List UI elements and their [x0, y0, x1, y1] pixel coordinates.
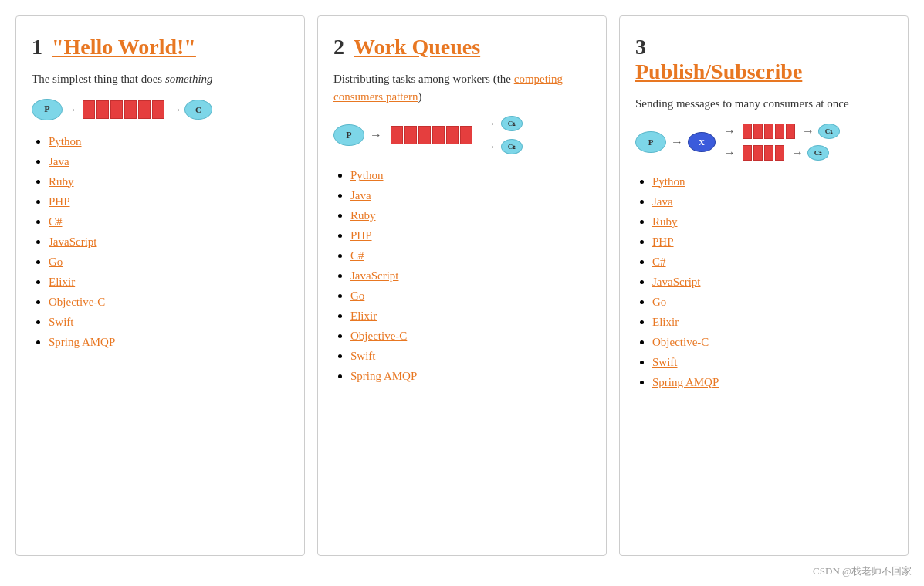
list-item: JavaScript [49, 235, 289, 249]
python-link-2[interactable]: Python [350, 169, 384, 181]
go-link-3[interactable]: Go [652, 296, 666, 308]
php-link-2[interactable]: PHP [350, 229, 372, 242]
list-item: Elixir [350, 309, 591, 323]
csharp-link[interactable]: C# [49, 215, 63, 228]
consumer-c1: C₁ [501, 116, 523, 131]
elixir-link[interactable]: Elixir [49, 276, 75, 288]
spring-link-2[interactable]: Spring AMQP [350, 370, 417, 382]
list-item: Go [49, 255, 289, 269]
list-item: Swift [350, 349, 591, 363]
card-1-number: 1 [32, 35, 42, 59]
csharp-link-3[interactable]: C# [652, 256, 666, 268]
arrow-c1: → [484, 117, 496, 130]
list-item: Ruby [49, 174, 289, 188]
arrow-q2c: → [791, 146, 804, 160]
branch-queues-3: → → C₁ → [721, 124, 840, 161]
watermark: CSDN @栈老师不回家 [813, 564, 912, 578]
swift-link-2[interactable]: Swift [350, 350, 376, 362]
list-item: Spring AMQP [652, 375, 892, 389]
producer-node-3: P [635, 131, 666, 153]
spring-link-3[interactable]: Spring AMQP [652, 376, 719, 388]
queue-block-2 [391, 126, 472, 144]
csharp-link-2[interactable]: C# [350, 249, 364, 262]
javascript-link-3[interactable]: JavaScript [652, 276, 700, 288]
card-3: 3 Publish/Subscribe Sending messages to … [619, 15, 909, 556]
card-3-header: 3 Publish/Subscribe [635, 35, 892, 84]
branch-q1: → → C₁ [721, 124, 840, 139]
producer-node: P [32, 99, 63, 120]
ruby-link-3[interactable]: Ruby [652, 215, 678, 228]
card-1-desc: The simplest thing that does something [32, 70, 289, 88]
list-item: Java [652, 195, 892, 208]
consumer-c2-3: C₂ [807, 145, 829, 161]
card-1: 1 "Hello World!" The simplest thing that… [15, 15, 305, 556]
swift-link[interactable]: Swift [49, 316, 74, 328]
list-item: Elixir [652, 315, 892, 329]
card-3-number: 3 [635, 35, 646, 59]
competing-consumers-link[interactable]: competing consumers pattern [333, 73, 563, 103]
java-link-2[interactable]: Java [350, 189, 371, 202]
java-link-3[interactable]: Java [652, 195, 673, 208]
card-2-diagram: P → → C₁ → C₂ [333, 116, 591, 154]
javascript-link[interactable]: JavaScript [49, 235, 96, 248]
ruby-link-2[interactable]: Ruby [350, 209, 376, 222]
card-1-header: 1 "Hello World!" [32, 35, 289, 59]
list-item: Objective-C [49, 295, 289, 309]
python-link[interactable]: Python [49, 135, 82, 147]
queue-block-3a [743, 124, 795, 139]
objc-link-3[interactable]: Objective-C [652, 336, 709, 348]
list-item: Java [49, 154, 289, 168]
go-link-2[interactable]: Go [350, 290, 364, 302]
objc-link[interactable]: Objective-C [49, 296, 105, 308]
php-link-3[interactable]: PHP [652, 235, 674, 248]
list-item: JavaScript [652, 275, 892, 289]
queue-block [83, 100, 164, 119]
python-link-3[interactable]: Python [652, 175, 685, 188]
list-item: Spring AMQP [49, 335, 289, 349]
elixir-link-3[interactable]: Elixir [652, 316, 679, 328]
card-1-links: Python Java Ruby PHP C# JavaScript Go El… [32, 134, 289, 349]
list-item: Python [49, 134, 289, 148]
list-item: Swift [49, 315, 289, 329]
consumer-c1-3: C₁ [818, 124, 840, 139]
card-2: 2 Work Queues Distributing tasks among w… [317, 15, 607, 556]
list-item: Objective-C [350, 329, 591, 343]
card-2-links: Python Java Ruby PHP C# JavaScript Go El… [333, 168, 591, 383]
card-2-header: 2 Work Queues [333, 35, 591, 59]
arrow-2: → [170, 103, 182, 117]
card-3-title[interactable]: Publish/Subscribe [635, 59, 802, 83]
list-item: C# [350, 249, 591, 263]
arrow-p-x: → [671, 135, 683, 149]
branch-q2: → → C₂ [721, 145, 840, 161]
swift-link-3[interactable]: Swift [652, 356, 678, 368]
card-2-title[interactable]: Work Queues [354, 35, 480, 59]
branch-c1: → C₁ [482, 116, 523, 131]
spring-link[interactable]: Spring AMQP [49, 336, 115, 348]
ruby-link[interactable]: Ruby [49, 175, 74, 188]
go-link[interactable]: Go [49, 256, 63, 268]
objc-link-2[interactable]: Objective-C [350, 330, 407, 342]
producer-node-2: P [333, 124, 364, 146]
card-2-desc: Distributing tasks among workers (the co… [333, 70, 591, 105]
arrow-q1: → [723, 124, 736, 138]
list-item: JavaScript [350, 269, 591, 283]
list-item: PHP [652, 235, 892, 249]
main-container: 1 "Hello World!" The simplest thing that… [15, 15, 909, 556]
queue-block-3b [743, 145, 784, 161]
php-link[interactable]: PHP [49, 195, 70, 208]
arrow-c2: → [484, 140, 496, 154]
arrow-q1c: → [802, 124, 814, 138]
exchange-node: X [688, 132, 716, 152]
java-link[interactable]: Java [49, 155, 69, 168]
list-item: Go [652, 295, 892, 309]
card-1-title[interactable]: "Hello World!" [52, 35, 196, 59]
card-3-links: Python Java Ruby PHP C# JavaScript Go El… [635, 174, 892, 389]
javascript-link-2[interactable]: JavaScript [350, 269, 398, 282]
elixir-link-2[interactable]: Elixir [350, 310, 377, 322]
consumer-node: C [184, 100, 212, 120]
list-item: C# [652, 255, 892, 269]
list-item: PHP [49, 195, 289, 208]
list-item: Python [350, 168, 591, 182]
card-2-number: 2 [333, 35, 344, 59]
card-3-diagram: P → X → → C₁ → [635, 124, 892, 161]
